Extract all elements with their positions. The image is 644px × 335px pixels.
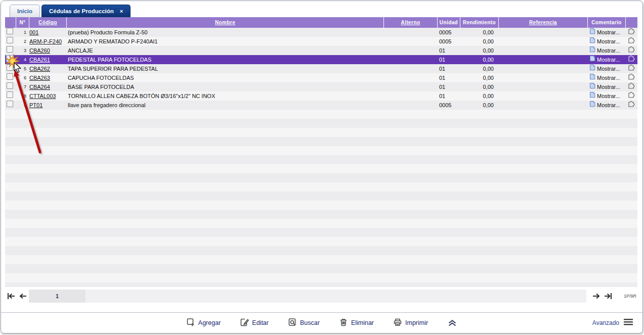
referencia-cell [499,64,588,73]
row-checkbox[interactable] [7,37,13,43]
note-icon [589,82,595,91]
comentario-cell[interactable]: Mostrar... [588,101,626,110]
row-checkbox[interactable] [7,28,13,34]
action-cell[interactable] [626,64,637,73]
comentario-cell[interactable]: Mostrar... [588,73,626,82]
action-cell[interactable] [626,46,637,55]
next-page-icon[interactable] [590,292,602,300]
page-strip[interactable] [85,290,586,303]
codigo-link[interactable]: 001 [29,29,38,35]
table-row[interactable]: 3CBA260ANCLAJE010,00Mostrar... [5,46,637,55]
action-cell[interactable] [626,91,637,101]
add-label: Agregar [198,319,221,326]
codigo-link[interactable]: CBA261 [29,57,50,63]
row-checkbox[interactable] [7,46,13,53]
comentario-link[interactable]: Mostrar... [597,82,620,91]
row-checkbox[interactable] [7,55,13,62]
puzzle-icon[interactable] [628,101,635,110]
row-checkbox[interactable] [7,82,13,89]
puzzle-icon[interactable] [628,28,635,37]
puzzle-icon[interactable] [628,37,635,46]
comentario-cell[interactable]: Mostrar... [588,46,626,55]
codigo-link[interactable]: ARM-P-F240 [29,38,62,44]
puzzle-icon[interactable] [628,82,635,91]
puzzle-icon[interactable] [628,73,635,82]
comentario-link[interactable]: Mostrar... [597,28,620,37]
comentario-cell[interactable]: Mostrar... [588,37,626,46]
table-row[interactable]: 8CTTAL003TORNILLO ALLEN CABEZA BOTÓN Ø3/… [5,91,637,101]
edit-button[interactable]: Editar [240,318,269,328]
previous-page-icon[interactable] [17,292,29,300]
delete-button[interactable]: Eliminar [339,318,374,328]
header-referencia[interactable]: Referencia [499,17,588,28]
codigo-cell: CBA262 [29,64,67,73]
row-checkbox[interactable] [7,64,13,71]
comentario-cell[interactable]: Mostrar... [588,82,626,91]
action-cell[interactable] [626,82,637,91]
header-codigo[interactable]: Código [29,17,67,28]
codigo-link[interactable]: PT01 [29,102,42,108]
header-alterno[interactable]: Alterno [384,17,438,28]
comentario-cell[interactable]: Mostrar... [588,28,626,37]
table-row[interactable]: 6CBA263CAPUCHA FOTOCELDAS010,00Mostrar..… [5,73,637,82]
row-checkbox[interactable] [7,91,13,98]
table-row[interactable]: 2ARM-P-F240ARMADO Y REMATADO P-F240AI100… [5,37,637,46]
note-icon [589,101,595,110]
referencia-cell [499,37,588,46]
comentario-link[interactable]: Mostrar... [597,73,620,82]
close-icon[interactable]: × [120,9,123,14]
puzzle-icon[interactable] [628,64,635,73]
action-cell[interactable] [626,55,637,64]
comentario-link[interactable]: Mostrar... [597,46,620,55]
codigo-link[interactable]: CBA260 [29,47,50,54]
alterno-cell [384,82,438,91]
action-cell[interactable] [626,101,637,110]
row-checkbox[interactable] [7,73,13,80]
codigo-link[interactable]: CBA264 [29,84,50,90]
row-checkbox[interactable] [7,101,13,107]
comentario-cell[interactable]: Mostrar... [588,91,626,101]
table-row[interactable]: 9PT01llave para fregadero direccional000… [5,101,637,110]
puzzle-icon[interactable] [628,46,635,55]
pager-summary: 1P/9R [614,294,637,299]
alterno-cell [384,28,438,37]
header-nombre[interactable]: Nombre [67,17,384,28]
puzzle-icon[interactable] [628,91,635,101]
comentario-cell[interactable]: Mostrar... [588,55,626,64]
add-button[interactable]: Agregar [186,318,221,328]
tab-inicio[interactable]: Inicio [10,5,40,17]
collapse-toolbar-icon[interactable] [447,319,457,327]
comentario-link[interactable]: Mostrar... [597,91,620,101]
last-page-icon[interactable] [602,292,614,300]
hamburger-menu-icon[interactable] [623,318,633,328]
action-cell[interactable] [626,28,637,37]
edit-label: Editar [252,319,269,326]
table-row[interactable]: 7CBA264BASE PARA FOTOCELDA010,00Mostrar.… [5,82,637,91]
referencia-cell [499,91,588,101]
row-number: 9 [16,101,29,110]
search-button[interactable]: Buscar [288,318,320,328]
comentario-link[interactable]: Mostrar... [597,37,620,46]
note-icon [589,64,595,73]
row-number: 7 [16,82,29,91]
comentario-cell[interactable]: Mostrar... [588,64,626,73]
first-page-icon[interactable] [5,292,17,300]
action-cell[interactable] [626,73,637,82]
codigo-link[interactable]: CTTAL003 [29,93,56,99]
action-cell[interactable] [626,37,637,46]
tab-cedulas-de-produccion[interactable]: Cédulas de Producción × [41,5,131,17]
comentario-link[interactable]: Mostrar... [597,101,620,110]
print-button[interactable]: Imprimir [393,318,428,328]
codigo-link[interactable]: CBA262 [29,66,50,72]
comentario-link[interactable]: Mostrar... [597,64,620,73]
advanced-menu[interactable]: Avanzado [592,314,633,331]
codigo-link[interactable]: CBA263 [29,75,50,81]
current-page-button[interactable]: 1 [29,290,85,303]
table-row[interactable]: 4CBA261PEDESTAL PARA FOTOCELDAS010,00Mos… [5,55,637,64]
table-row[interactable]: 5CBA262TAPA SUPERIOR PARA PEDESTAL010,00… [5,64,637,73]
puzzle-icon[interactable] [628,55,635,64]
note-icon [589,37,595,46]
table-row[interactable]: 1001(prueba) Producto Formula Z-5000050,… [5,28,637,37]
search-label: Buscar [300,319,320,326]
comentario-link[interactable]: Mostrar... [597,55,620,64]
